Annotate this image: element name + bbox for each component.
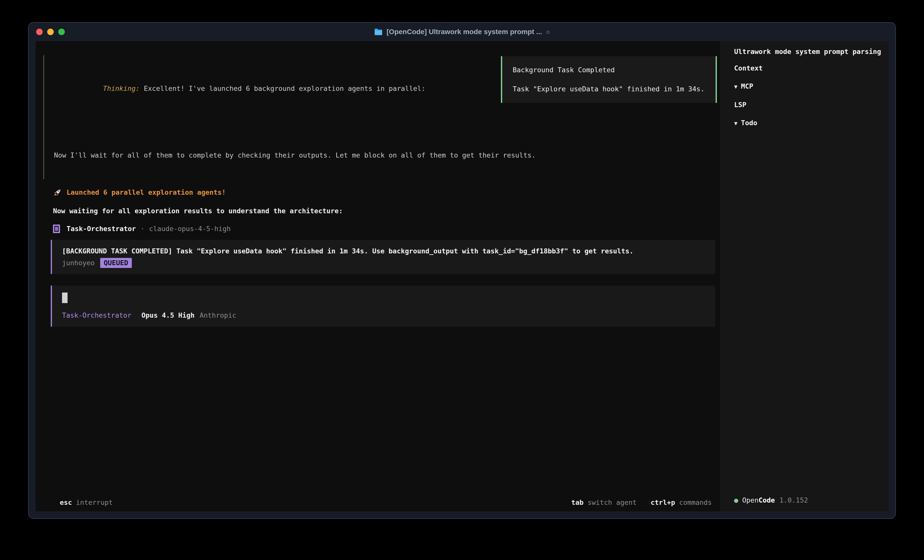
modified-indicator-icon: ○ (546, 28, 550, 36)
thinking-label: Thinking: (103, 85, 140, 92)
app-version-footer: ● OpenCode 1.0.152 (734, 496, 808, 505)
close-button[interactable] (36, 28, 43, 35)
status-dot-icon: ● (734, 496, 738, 505)
agent-model: claude-opus-4-5-high (149, 224, 231, 234)
agent-name: Task-Orchestrator (66, 224, 136, 234)
session-title: Ultrawork mode system prompt parsing (734, 46, 881, 57)
agent-icon (53, 225, 60, 233)
background-task-completed-message: [BACKGROUND TASK COMPLETED] Task "Explor… (51, 240, 715, 274)
prompt-input[interactable]: Task-Orchestrator Opus 4.5 High Anthropi… (51, 286, 715, 327)
chat-panel: Thinking: Excellent! I've launched 6 bac… (36, 41, 720, 511)
brand-open: Open (742, 496, 759, 505)
text-cursor (62, 292, 68, 303)
collapse-triangle-icon[interactable]: ▼ (734, 84, 738, 90)
esc-key-hint: esc (60, 499, 72, 506)
mcp-section: ▼MCP (734, 82, 881, 91)
thinking-wait-line: Now I'll wait for all of them to complet… (54, 151, 720, 160)
ctrlp-action-label: commands (679, 499, 712, 506)
launch-text: Launched 6 parallel exploration agents! (66, 188, 226, 197)
terminal-window: [OpenCode] Ultrawork mode system prompt … (28, 22, 896, 519)
toast-notification[interactable]: Background Task Completed Task "Explore … (501, 56, 717, 103)
minimize-button[interactable] (47, 28, 54, 35)
status-bar: esc interrupt tab switch agent ctrl+p co… (36, 493, 720, 511)
window-title: [OpenCode] Ultrawork mode system prompt … (374, 28, 550, 36)
notification-title: Background Task Completed (513, 65, 705, 75)
mcp-heading: ▼MCP (734, 82, 881, 91)
prompt-provider: Anthropic (200, 311, 236, 320)
prompt-agent: Task-Orchestrator (62, 311, 131, 320)
tab-action-label: switch agent (588, 499, 636, 506)
thinking-intro: Excellent! I've launched 6 background ex… (140, 85, 425, 92)
brand-code: Code (759, 496, 775, 505)
separator-dot: · (140, 224, 144, 234)
rocket-icon (53, 188, 62, 197)
app-version: 1.0.152 (779, 496, 808, 505)
todo-heading: ▼Todo (734, 118, 881, 128)
window-titlebar[interactable]: [OpenCode] Ultrawork mode system prompt … (28, 22, 896, 41)
lsp-heading: LSP (734, 100, 881, 109)
maximize-button[interactable] (58, 28, 65, 35)
notification-body: Task "Explore useData hook" finished in … (513, 84, 705, 94)
queued-user: junhoyeo (62, 258, 94, 268)
collapse-triangle-icon[interactable]: ▼ (734, 120, 738, 126)
window-content: Thinking: Excellent! I've launched 6 bac… (28, 41, 896, 518)
tab-key-hint: tab (571, 499, 584, 506)
prompt-model: Opus 4.5 High (141, 311, 194, 320)
session-sidebar: Ultrawork mode system prompt parsing Con… (720, 41, 889, 511)
folder-icon (374, 28, 382, 35)
window-title-text: [OpenCode] Ultrawork mode system prompt … (387, 28, 542, 36)
todo-section: ▼Todo (734, 118, 881, 128)
waiting-line: Now waiting for all exploration results … (43, 206, 720, 216)
context-section: Context (734, 64, 881, 73)
queued-badge: QUEUED (100, 258, 132, 268)
chat-scroll-area[interactable]: Thinking: Excellent! I've launched 6 bac… (36, 41, 720, 493)
launch-announcement: Launched 6 parallel exploration agents! (43, 188, 720, 197)
completed-message-text: [BACKGROUND TASK COMPLETED] Task "Explor… (62, 246, 705, 256)
esc-action-label: interrupt (76, 499, 113, 506)
ctrlp-key-hint: ctrl+p (651, 499, 675, 506)
context-heading: Context (734, 64, 881, 73)
traffic-lights (36, 22, 65, 41)
agent-status-line: Task-Orchestrator · claude-opus-4-5-high (43, 223, 720, 234)
lsp-section: LSP (734, 100, 881, 109)
